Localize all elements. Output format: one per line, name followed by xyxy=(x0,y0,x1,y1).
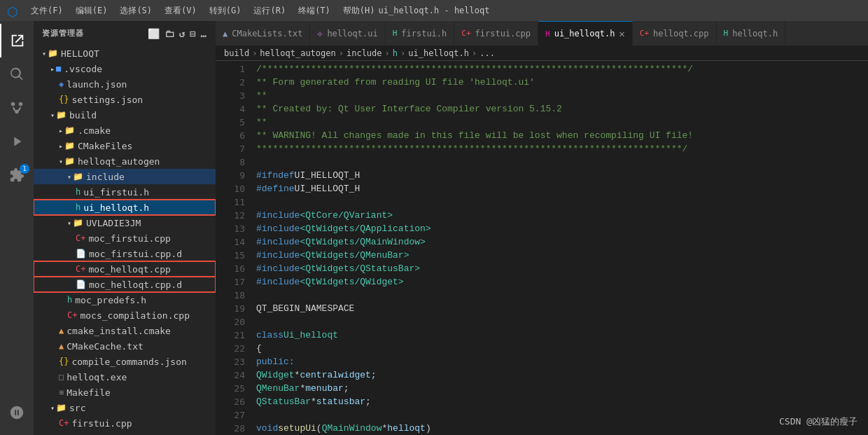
json-icon-2: {} xyxy=(59,357,69,366)
tree-label-moc-predefs: moc_predefs.h xyxy=(75,295,146,305)
tree-label-settings: settings.json xyxy=(71,95,143,105)
cpp-file-icon-3: C+ xyxy=(67,310,77,320)
chevron-right-icon: ▸ xyxy=(59,127,63,134)
tree-src[interactable]: ▾ 📁 src xyxy=(34,400,216,415)
tree-label-vscode: .vscode xyxy=(64,64,102,74)
tree-settings-json[interactable]: {} settings.json xyxy=(34,92,216,107)
tab-ui-helloqt-h[interactable]: H ui_helloqt.h ✕ xyxy=(538,21,633,46)
tree-root[interactable]: ▾ 📁 HELLOQT xyxy=(34,46,216,61)
cmake-icon: ▲ xyxy=(59,326,64,336)
tab-label-helloqt-ui: helloqt.ui xyxy=(327,29,377,39)
tree-cmakefiles[interactable]: ▸ 📁 CMakeFiles xyxy=(34,138,216,153)
h-file-icon-2: h xyxy=(76,202,80,212)
tree-ui-helloqt-h[interactable]: h ui_helloqt.h xyxy=(34,200,216,215)
breadcrumb-file[interactable]: ui_helloqt.h xyxy=(408,48,469,58)
chevron-down-icon: ▾ xyxy=(67,173,71,181)
tree-label-include: include xyxy=(86,172,125,182)
tree-label-launch: launch.json xyxy=(66,79,127,90)
source-control-activity-icon[interactable] xyxy=(0,91,34,125)
tree-moc-helloqt-cpp[interactable]: C+ moc_helloqt.cpp xyxy=(34,261,216,277)
new-folder-icon[interactable]: 🗀 xyxy=(164,28,175,39)
breadcrumb-autogen[interactable]: helloqt_autogen xyxy=(260,48,335,58)
tab-helloqt-cpp[interactable]: C+ helloqt.cpp xyxy=(633,21,717,46)
folder-icon: 📁 xyxy=(48,48,58,58)
cpp-file-icon-2: C+ xyxy=(76,264,85,274)
menu-run[interactable]: 运行(R) xyxy=(248,4,291,18)
h-tab-icon: H xyxy=(393,29,398,38)
cpp-file-icon-src: C+ xyxy=(59,418,69,428)
tree-uvladie[interactable]: ▾ 📁 UVLADIE3JM xyxy=(34,215,216,230)
collapse-icon[interactable]: ⊟ xyxy=(190,28,196,39)
tree-label-autogen: helloqt_autogen xyxy=(78,156,160,167)
tab-helloqt-h[interactable]: H helloqt.h xyxy=(717,21,786,46)
d-file-icon-2: 📄 xyxy=(76,279,86,289)
menu-goto[interactable]: 转到(G) xyxy=(204,4,247,18)
breadcrumb-include[interactable]: include xyxy=(346,48,382,58)
breadcrumb-h[interactable]: h xyxy=(393,48,398,58)
tab-cmakelists[interactable]: ▲ CMakeLists.txt xyxy=(216,21,310,46)
tree-label-compile-commands: compile_commands.json xyxy=(71,357,186,367)
tab-label-cmakelists: CMakeLists.txt xyxy=(232,29,302,39)
tree-cmake[interactable]: ▸ 📁 .cmake xyxy=(34,123,216,138)
tree-label-cmake-install: cmake_install.cmake xyxy=(66,326,171,336)
new-file-icon[interactable]: ⬜ xyxy=(148,28,160,39)
tab-helloqt-ui[interactable]: ⟡ helloqt.ui xyxy=(310,21,385,46)
editor-area: ▲ CMakeLists.txt ⟡ helloqt.ui H firstui.… xyxy=(216,21,868,435)
tree-moc-predefs[interactable]: h moc_predefs.h xyxy=(34,292,216,308)
more-actions-icon[interactable]: … xyxy=(201,28,207,39)
include-folder-icon: 📁 xyxy=(73,172,83,181)
menu-file[interactable]: 文件(F) xyxy=(25,4,69,18)
tree-firstui-h[interactable]: h ui_firstui.h xyxy=(34,184,216,200)
breadcrumb-build[interactable]: build xyxy=(224,48,249,58)
menu-help[interactable]: 帮助(H) xyxy=(337,4,381,18)
menu-select[interactable]: 选择(S) xyxy=(114,4,158,18)
cmakefiles-folder-icon: 📁 xyxy=(64,141,75,151)
breadcrumb-more[interactable]: ... xyxy=(479,48,495,58)
tree-moc-firstui-cpp[interactable]: C+ moc_firstui.cpp xyxy=(34,230,216,246)
tree-firstui-cpp[interactable]: C+ firstui.cpp xyxy=(34,415,216,431)
tree-vscode[interactable]: ▸ ■ .vscode xyxy=(34,61,216,76)
tree-moc-helloqt-d[interactable]: 📄 moc_helloqt.cpp.d xyxy=(34,277,216,292)
code-content[interactable]: /***************************************… xyxy=(251,61,868,435)
menu-terminal[interactable]: 终端(T) xyxy=(293,4,336,18)
tree-makefile[interactable]: ≡ Makefile xyxy=(34,385,216,400)
h3-tab-icon: H xyxy=(724,29,729,38)
tree-build[interactable]: ▾ 📁 build xyxy=(34,107,216,123)
tree-label-mocs-compilation: mocs_compilation.cpp xyxy=(80,310,190,321)
tree-launch-json[interactable]: ◈ launch.json xyxy=(34,76,216,92)
run-activity-icon[interactable] xyxy=(0,125,34,158)
chevron-down-icon: ▾ xyxy=(67,219,71,227)
build-folder-icon: 📁 xyxy=(56,110,66,120)
tree-label-helloqt-exe: helloqt.exe xyxy=(66,372,127,382)
chevron-down-icon: ▾ xyxy=(50,111,55,119)
json-file-icon: {} xyxy=(59,95,69,104)
search-activity-icon[interactable] xyxy=(0,57,34,91)
tree-label-cmakecache: CMakeCache.txt xyxy=(66,341,144,352)
tab-label-firstui-cpp: firstui.cpp xyxy=(475,29,531,39)
chevron-down-icon: ▾ xyxy=(42,50,46,57)
sidebar-title: 资源管理器 xyxy=(42,28,84,39)
vscode-folder-icon: ■ xyxy=(56,64,61,74)
explorer-activity-icon[interactable] xyxy=(0,24,34,57)
tree-mocs-compilation[interactable]: C+ mocs_compilation.cpp xyxy=(34,308,216,323)
remote-activity-icon[interactable] xyxy=(0,396,34,429)
exe-icon: □ xyxy=(59,372,64,382)
tree-cmakecache[interactable]: ▲ CMakeCache.txt xyxy=(34,338,216,354)
tree-compile-commands[interactable]: {} compile_commands.json xyxy=(34,354,216,369)
tree-cmake-install[interactable]: ▲ cmake_install.cmake xyxy=(34,323,216,338)
extensions-activity-icon[interactable] xyxy=(0,158,34,192)
menu-view[interactable]: 查看(V) xyxy=(159,4,202,18)
tree-label-cmake: .cmake xyxy=(78,125,111,136)
tab-close-icon[interactable]: ✕ xyxy=(619,28,624,39)
tree-autogen[interactable]: ▾ 📁 helloqt_autogen xyxy=(34,153,216,169)
tree-include[interactable]: ▾ 📁 include xyxy=(34,169,216,184)
sidebar-header-icons: ⬜ 🗀 ↺ ⊟ … xyxy=(148,28,207,39)
tab-firstui-cpp[interactable]: C+ firstui.cpp xyxy=(454,21,538,46)
tree-moc-firstui-d[interactable]: 📄 moc_firstui.cpp.d xyxy=(34,246,216,261)
tree-helloqt-exe[interactable]: □ helloqt.exe xyxy=(34,369,216,385)
refresh-icon[interactable]: ↺ xyxy=(179,28,186,39)
menu-edit[interactable]: 编辑(E) xyxy=(70,4,113,18)
tab-firstui-h[interactable]: H firstui.h xyxy=(386,21,455,46)
activity-bar xyxy=(0,21,34,435)
tree-label-ui-helloqt-h: ui_helloqt.h xyxy=(83,202,149,213)
